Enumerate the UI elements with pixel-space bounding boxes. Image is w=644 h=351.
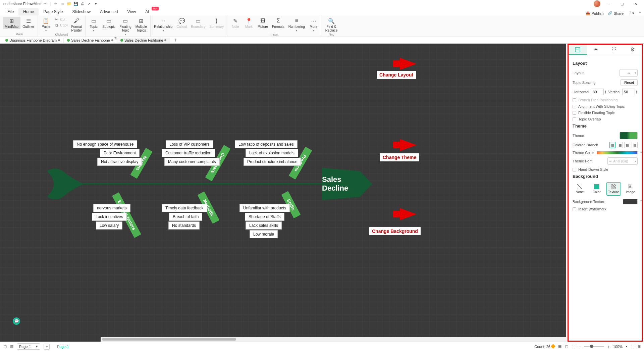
- formula-button[interactable]: ΣFormula: [270, 17, 286, 29]
- cause-box[interactable]: Low morale: [250, 230, 278, 238]
- zoom-slider[interactable]: [584, 346, 604, 347]
- topic-button[interactable]: ▭Topic: [87, 17, 100, 33]
- branch-swatch-1[interactable]: ▦: [609, 142, 615, 148]
- undo-button[interactable]: ↶: [44, 1, 48, 6]
- note-button[interactable]: ✎Note: [229, 17, 242, 29]
- branch-swatch-4[interactable]: ▦: [632, 142, 638, 148]
- fish-head[interactable]: Sales Decline: [322, 168, 372, 200]
- mindmap-mode-button[interactable]: ⊞MindMap: [3, 17, 20, 29]
- help-button[interactable]: ❔▾: [628, 11, 634, 15]
- theme-font-select[interactable]: Aa Arial (Big): [607, 157, 638, 165]
- copy-button[interactable]: ⧉Copy: [53, 22, 69, 28]
- cause-box[interactable]: Customer traffic reduction: [162, 149, 215, 157]
- cause-box[interactable]: No enough space of warehouse: [73, 140, 137, 148]
- menu-advanced[interactable]: Advanced: [95, 8, 122, 15]
- menu-view[interactable]: View: [122, 8, 141, 15]
- numbering-button[interactable]: ≡Numbering: [286, 17, 307, 33]
- panel-tab-page[interactable]: [569, 45, 587, 55]
- outliner-mode-button[interactable]: ☰Outliner: [20, 17, 36, 29]
- spinner-buttons[interactable]: ▲▼: [604, 90, 606, 94]
- paste-button[interactable]: 📋Paste: [39, 17, 53, 33]
- horizontal-input[interactable]: [591, 89, 604, 95]
- zoom-in-button[interactable]: +: [607, 345, 609, 349]
- open-button[interactable]: 📁: [67, 1, 71, 6]
- reset-button[interactable]: Reset: [621, 79, 638, 86]
- chat-bubble-button[interactable]: 💬: [13, 317, 20, 325]
- callout-button[interactable]: 💬Callout: [174, 17, 189, 29]
- export-button[interactable]: ↗: [87, 1, 92, 6]
- panel-tab-settings[interactable]: ⚙: [624, 45, 642, 55]
- align-sibling-checkbox[interactable]: Alignment With Sibling Topic: [573, 104, 638, 108]
- focus-icon[interactable]: ⊟: [638, 344, 641, 349]
- cause-box[interactable]: Timely data feedback: [162, 204, 207, 212]
- menu-slideshow[interactable]: Slideshow: [67, 8, 95, 15]
- cause-box[interactable]: Low salary: [96, 221, 122, 230]
- fullscreen-icon[interactable]: ⛶: [631, 345, 634, 349]
- cause-box[interactable]: Not attractive display: [97, 158, 142, 166]
- branch-swatch-2[interactable]: ▦: [617, 142, 623, 148]
- bg-color[interactable]: Color: [590, 182, 604, 196]
- print-button[interactable]: 🖨: [80, 1, 85, 6]
- pages-icon[interactable]: ▥: [10, 344, 13, 349]
- cause-box[interactable]: Product structure imbalance: [244, 158, 301, 166]
- cut-button[interactable]: ✂Cut: [53, 17, 69, 22]
- cause-box[interactable]: Low ratio of deposits and sales: [235, 140, 298, 148]
- zoom-level[interactable]: 100%: [613, 345, 623, 349]
- doctab-0[interactable]: Diagnosis Fishbone Diagram: [2, 38, 64, 43]
- add-tab-button[interactable]: ＋: [170, 37, 181, 44]
- summary-button[interactable]: }Summary: [207, 17, 226, 29]
- floating-topic-button[interactable]: ▭Floating Topic: [117, 17, 133, 37]
- bg-texture-select[interactable]: [623, 199, 638, 204]
- theme-color-picker[interactable]: [597, 151, 638, 154]
- close-button[interactable]: ✕: [631, 0, 641, 7]
- find-replace-button[interactable]: 🔍Find & Replace: [323, 17, 340, 33]
- insert-watermark-checkbox[interactable]: Insert Watermark: [573, 207, 638, 211]
- page-tab[interactable]: Page-1: [53, 344, 73, 350]
- minimize-button[interactable]: ─: [604, 0, 614, 7]
- cause-box[interactable]: Unfamiliar with products: [239, 204, 290, 212]
- cause-box[interactable]: Shortage of Staffs: [245, 213, 284, 221]
- panel-tab-style[interactable]: ✦: [587, 45, 605, 55]
- theme-select[interactable]: [620, 132, 638, 139]
- cause-box[interactable]: Many customer complaints: [164, 158, 220, 166]
- zoom-out-button[interactable]: −: [579, 345, 581, 349]
- user-avatar[interactable]: [594, 0, 600, 7]
- flexible-floating-checkbox[interactable]: Flexible Floating Topic: [573, 111, 638, 115]
- layout-select[interactable]: ⤞: [620, 69, 638, 77]
- cause-box[interactable]: No standards: [168, 221, 200, 230]
- subtopic-button[interactable]: ▭Subtopic: [100, 17, 117, 29]
- horizontal-scrollbar[interactable]: [101, 337, 566, 342]
- bg-texture[interactable]: Texture: [606, 182, 621, 196]
- doctab-2[interactable]: Sales Decline Fishbone: [117, 38, 170, 43]
- add-page-button[interactable]: ＋: [44, 344, 50, 350]
- more-button[interactable]: ⋯More: [307, 17, 320, 33]
- hand-drawn-checkbox[interactable]: Hand-Drawn Style: [573, 167, 638, 171]
- menu-ai[interactable]: AIHot: [141, 8, 154, 15]
- cause-box[interactable]: Breach of faith: [169, 213, 202, 221]
- panel-tab-security[interactable]: 🛡: [605, 45, 624, 55]
- canvas[interactable]: Sales Decline Markets No enough space of…: [0, 44, 566, 342]
- branch-swatch-3[interactable]: ▦: [624, 142, 630, 148]
- format-painter-button[interactable]: 🖌Format Painter: [69, 17, 84, 33]
- share-button[interactable]: 🔗Share: [608, 11, 624, 15]
- cause-box[interactable]: Loss of VIP customers: [166, 140, 213, 148]
- menu-file[interactable]: File: [3, 8, 18, 15]
- boundary-button[interactable]: ▭Boundary: [189, 17, 207, 29]
- picture-button[interactable]: 🖼Picture: [256, 17, 270, 29]
- publish-button[interactable]: 📤Publish: [586, 11, 604, 15]
- single-view-icon[interactable]: ▢: [565, 344, 568, 349]
- cause-box[interactable]: nervous markets: [93, 204, 130, 212]
- menu-home[interactable]: Home: [18, 8, 39, 15]
- vertical-input[interactable]: [622, 89, 635, 95]
- outline-view-icon[interactable]: ▢: [3, 344, 7, 349]
- menu-page-style[interactable]: Page Style: [39, 8, 67, 15]
- spinner-buttons[interactable]: ▲▼: [636, 90, 638, 94]
- cause-box[interactable]: Poor Environment: [100, 149, 140, 157]
- collapse-ribbon[interactable]: ⌃: [638, 11, 641, 15]
- cause-box[interactable]: Lack incentives: [92, 213, 127, 221]
- relationship-button[interactable]: ↔Relationship: [152, 17, 174, 33]
- fit-view-icon[interactable]: ⛶: [572, 345, 575, 349]
- bg-none[interactable]: None: [573, 182, 587, 196]
- grid-view-icon[interactable]: ▦: [558, 344, 561, 349]
- mark-button[interactable]: 📍Mark: [242, 17, 256, 29]
